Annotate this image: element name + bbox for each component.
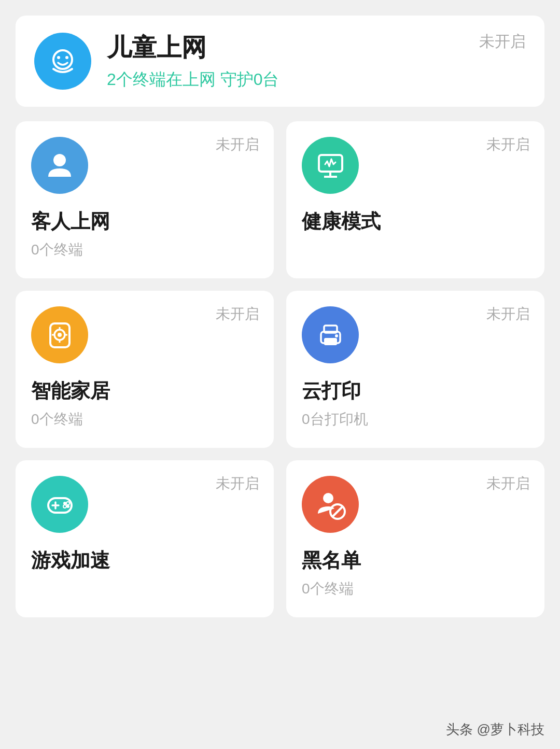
svg-point-17 [335,334,338,337]
children-internet-icon [34,33,91,90]
health-title: 健康模式 [302,208,529,235]
svg-rect-15 [324,338,337,345]
guest-status: 未开启 [216,135,259,154]
cloudprint-status: 未开启 [486,304,530,324]
smarthome-icon [31,306,88,363]
feature-grid: 未开启 客人上网 0个终端 未开启 健康模式 未开启 [16,121,544,617]
svg-point-3 [53,154,66,166]
health-icon [302,137,359,194]
health-card[interactable]: 未开启 健康模式 [286,121,544,278]
svg-point-25 [323,493,333,503]
smarthome-title: 智能家居 [31,378,258,404]
smarthome-status: 未开启 [216,304,259,324]
guest-icon [31,137,88,194]
children-internet-info: 儿童上网 2个终端在上网 守护0台 [107,31,526,91]
watermark: 头条 @萝卜科技 [446,720,544,739]
gameaccel-title: 游戏加速 [31,547,258,574]
guest-desc: 0个终端 [31,240,258,260]
gameaccel-status: 未开启 [216,474,259,493]
children-internet-title: 儿童上网 [107,31,526,64]
guest-title: 客人上网 [31,208,258,235]
health-status: 未开启 [486,135,530,154]
gameaccel-card[interactable]: 未开启 游戏加速 [16,460,274,617]
children-internet-subtitle: 2个终端在上网 守护0台 [107,68,526,91]
smarthome-card[interactable]: 未开启 智能家居 0个终端 [16,291,274,448]
blacklist-card[interactable]: 未开启 黑名单 0个终端 [286,460,544,617]
cloudprint-icon [302,306,359,363]
blacklist-status: 未开启 [486,474,530,493]
children-internet-status: 未开启 [479,31,526,52]
svg-point-1 [57,56,60,59]
cloudprint-title: 云打印 [302,378,529,404]
svg-point-2 [65,56,68,59]
blacklist-desc: 0个终端 [302,579,529,599]
smarthome-desc: 0个终端 [31,409,258,429]
svg-point-0 [53,50,72,69]
gameaccel-icon [31,476,88,533]
blacklist-icon [302,476,359,533]
children-internet-card[interactable]: 儿童上网 2个终端在上网 守护0台 未开启 [16,16,544,107]
svg-point-24 [66,502,69,505]
svg-point-9 [58,333,62,337]
guest-card[interactable]: 未开启 客人上网 0个终端 [16,121,274,278]
cloudprint-desc: 0台打印机 [302,409,529,429]
svg-line-27 [332,506,343,517]
cloudprint-card[interactable]: 未开启 云打印 0台打印机 [286,291,544,448]
svg-point-23 [63,505,66,508]
blacklist-title: 黑名单 [302,547,529,574]
